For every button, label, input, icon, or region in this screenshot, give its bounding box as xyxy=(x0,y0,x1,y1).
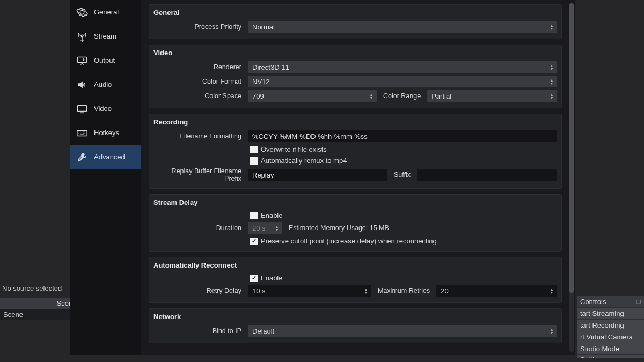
spinner-icon: ▲▼ xyxy=(548,286,555,295)
max-retries-spinbox[interactable]: 20 ▲▼ xyxy=(436,285,557,297)
speaker-icon xyxy=(76,78,89,91)
section-title: Automatically Reconnect xyxy=(149,257,561,272)
max-retries-label: Maximum Retries xyxy=(375,287,433,294)
dropdown-caret-icon: ▲▼ xyxy=(548,62,555,72)
svg-rect-0 xyxy=(78,57,87,62)
combo-value: Partial xyxy=(431,92,451,100)
section-general: General Process Priority Normal ▲▼ xyxy=(149,4,562,39)
color-format-label: Color Format xyxy=(153,78,245,85)
overwrite-checkbox[interactable] xyxy=(250,146,258,153)
dropdown-caret-icon: ▲▼ xyxy=(548,77,555,86)
sidebar-item-video[interactable]: Video xyxy=(70,97,141,121)
bind-ip-label: Bind to IP xyxy=(153,327,245,335)
remux-label: Automatically remux to mp4 xyxy=(261,157,347,165)
sidebar-item-label: Video xyxy=(94,105,112,113)
section-title: Stream Delay xyxy=(149,195,561,210)
section-network: Network Bind to IP Default ▲▼ xyxy=(149,308,562,343)
spin-value: 20 xyxy=(441,287,448,295)
combo-value: Normal xyxy=(252,23,275,31)
section-recording: Recording Filename Formatting %CCYY-%MM-… xyxy=(149,114,562,189)
replay-prefix-label: Replay Buffer Filename Prefix xyxy=(153,167,245,182)
input-value: %CCYY-%MM-%DD %hh-%mm-%ss xyxy=(252,132,368,141)
suffix-input[interactable] xyxy=(417,169,557,181)
section-title: Recording xyxy=(149,114,561,129)
sidebar-item-hotkeys[interactable]: Hotkeys xyxy=(70,121,141,145)
section-title: Video xyxy=(149,45,561,60)
settings-sidebar: General Stream Output Audio Video xyxy=(70,0,141,355)
filename-formatting-input[interactable]: %CCYY-%MM-%DD %hh-%mm-%ss xyxy=(248,130,557,142)
sidebar-item-output[interactable]: Output xyxy=(70,48,141,72)
color-space-combo[interactable]: 709 ▲▼ xyxy=(248,90,377,102)
antenna-icon xyxy=(76,30,89,43)
dropdown-caret-icon: ▲▼ xyxy=(548,326,555,336)
section-auto-reconnect: Automatically Reconnect ✓ Enable Retry D… xyxy=(149,257,562,303)
replay-prefix-input[interactable]: Replay xyxy=(248,169,387,181)
settings-button-partial[interactable]: Settings xyxy=(577,354,644,358)
start-recording-button[interactable]: tart Recording xyxy=(577,319,644,331)
monitor-icon xyxy=(76,102,89,115)
section-title: General xyxy=(149,5,561,20)
spinner-icon: ▲▼ xyxy=(274,223,280,233)
sidebar-item-advanced[interactable]: Advanced xyxy=(70,145,141,169)
section-video: Video Renderer Direct3D 11 ▲▼ Color Form… xyxy=(149,45,562,108)
process-priority-label: Process Priority xyxy=(153,23,245,31)
suffix-label: Suffix xyxy=(391,171,414,179)
tools-icon xyxy=(76,151,89,164)
duration-spinbox[interactable]: 20 s ▲▼ xyxy=(248,222,282,234)
spin-value: 10 s xyxy=(252,287,266,295)
spinner-icon: ▲▼ xyxy=(363,286,369,295)
start-streaming-button[interactable]: tart Streaming xyxy=(577,307,644,319)
preserve-cutoff-label: Preserve cutoff point (increase delay) w… xyxy=(261,237,437,245)
remux-checkbox[interactable] xyxy=(250,157,258,165)
color-range-combo[interactable]: Partial ▲▼ xyxy=(427,90,557,102)
dropdown-caret-icon: ▲▼ xyxy=(548,22,555,32)
combo-value: NV12 xyxy=(252,78,270,86)
sidebar-item-label: Advanced xyxy=(94,153,125,161)
duration-label: Duration xyxy=(153,224,245,232)
controls-header-label: Controls xyxy=(580,298,606,306)
color-format-combo[interactable]: NV12 ▲▼ xyxy=(248,76,557,87)
preserve-cutoff-checkbox[interactable]: ✓ xyxy=(250,238,258,245)
sidebar-item-label: General xyxy=(94,8,119,16)
output-icon xyxy=(76,54,89,67)
retry-delay-label: Retry Delay xyxy=(153,287,245,294)
settings-dialog: General Stream Output Audio Video xyxy=(70,0,575,355)
sidebar-item-audio[interactable]: Audio xyxy=(70,72,141,97)
retry-delay-spinbox[interactable]: 10 s ▲▼ xyxy=(248,285,371,297)
virtual-camera-button[interactable]: rt Virtual Camera xyxy=(577,331,644,343)
sidebar-item-label: Stream xyxy=(94,32,116,40)
svg-rect-1 xyxy=(78,105,87,111)
input-value: Replay xyxy=(252,171,274,179)
sidebar-item-general[interactable]: General xyxy=(70,0,141,24)
stream-delay-enable-checkbox[interactable] xyxy=(250,212,258,219)
filename-formatting-label: Filename Formatting xyxy=(153,132,245,140)
renderer-combo[interactable]: Direct3D 11 ▲▼ xyxy=(248,61,557,73)
combo-value: Default xyxy=(252,327,274,335)
sidebar-item-stream[interactable]: Stream xyxy=(70,24,141,48)
process-priority-combo[interactable]: Normal ▲▼ xyxy=(248,21,557,33)
dropdown-caret-icon: ▲▼ xyxy=(548,91,555,101)
color-space-label: Color Space xyxy=(153,92,245,100)
sidebar-item-label: Output xyxy=(94,56,115,64)
sidebar-item-label: Hotkeys xyxy=(94,129,119,137)
scrollbar-thumb[interactable] xyxy=(569,3,574,293)
section-stream-delay: Stream Delay Enable Duration 20 s ▲▼ Est… xyxy=(149,194,562,252)
spin-value: 20 s xyxy=(252,224,266,232)
keyboard-icon xyxy=(76,127,89,139)
reconnect-enable-label: Enable xyxy=(261,274,282,282)
studio-mode-button[interactable]: Studio Mode xyxy=(577,343,644,354)
dropdown-caret-icon: ▲▼ xyxy=(368,91,375,101)
popout-icon: ❐ xyxy=(636,299,641,305)
overwrite-label: Overwrite if file exists xyxy=(261,145,327,153)
renderer-label: Renderer xyxy=(153,63,245,71)
sidebar-item-label: Audio xyxy=(94,80,112,88)
section-title: Network xyxy=(149,309,561,324)
background-controls-panel: Controls ❐ tart Streaming tart Recording… xyxy=(577,296,644,358)
bind-ip-combo[interactable]: Default ▲▼ xyxy=(248,325,557,337)
reconnect-enable-checkbox[interactable]: ✓ xyxy=(250,275,258,282)
estimated-memory-label: Estimated Memory Usage: 15 MB xyxy=(286,224,392,232)
stream-delay-enable-label: Enable xyxy=(261,211,282,219)
combo-value: 709 xyxy=(252,92,264,100)
gear-icon xyxy=(76,6,89,19)
settings-content: General Process Priority Normal ▲▼ Video… xyxy=(141,0,575,355)
